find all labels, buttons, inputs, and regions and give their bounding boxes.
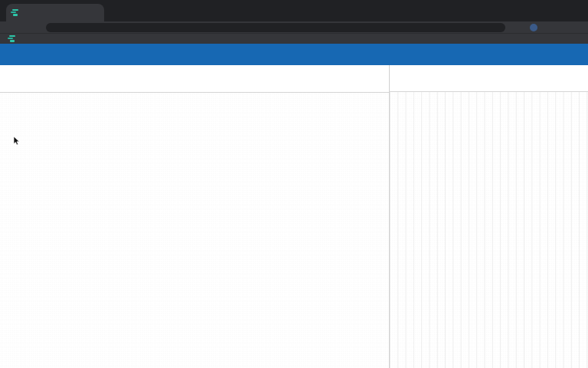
schedulejs-favicon-icon (11, 9, 18, 16)
bookmark-favicon-icon (8, 35, 15, 42)
browser-window (0, 0, 588, 368)
table-header (0, 65, 389, 93)
timeline-header (389, 65, 588, 92)
bookmarks-bar (0, 33, 588, 44)
app-header (0, 44, 588, 55)
gantt-chart (389, 92, 588, 368)
profile-avatar[interactable] (530, 24, 537, 31)
gantt-grid-background (390, 92, 588, 368)
mouse-cursor (13, 136, 21, 146)
browser-tab[interactable] (6, 4, 104, 21)
activity-table (0, 92, 389, 368)
app-menu-bar (0, 55, 588, 65)
tab-strip (0, 0, 588, 21)
address-bar[interactable] (46, 23, 505, 32)
